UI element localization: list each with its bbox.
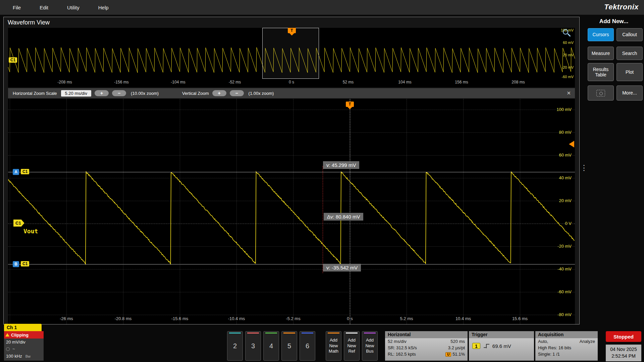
cursor-vertical-line[interactable]	[323, 166, 323, 273]
magnifier-handle	[568, 34, 571, 37]
cursor-b-readout: v: -35.542 mV	[323, 264, 361, 272]
menu-edit[interactable]: Edit	[40, 5, 48, 10]
add-bus-line3: Bus	[366, 349, 373, 354]
overview-trigger-marker[interactable]: T	[288, 28, 296, 33]
magnifier-icon[interactable]	[562, 28, 572, 38]
time-axis-label: -20.8 ms	[110, 316, 137, 321]
trigger-position-readout: U51.1%	[445, 352, 465, 357]
channel1-tab[interactable]: Ch 1	[4, 324, 42, 331]
voltage-axis-label: 60 mV	[559, 153, 572, 158]
vertical-zoom-in-button[interactable]: +	[212, 90, 226, 96]
close-zoom-icon[interactable]: ✕	[567, 90, 571, 96]
acquisition-analyze: Analyze	[580, 339, 595, 344]
add-new-ref-button[interactable]: Add New Ref	[344, 331, 360, 361]
menu-file[interactable]: File	[13, 5, 21, 10]
overview-time-label: 156 ms	[448, 80, 475, 84]
add-new-math-button[interactable]: Add New Math	[326, 331, 341, 361]
menu-bar: File Edit Utility Help Tektronix	[0, 0, 644, 15]
horizontal-badge[interactable]: Horizontal 52 ms/div 520 ms SR: 312.5 kS…	[385, 331, 468, 361]
acquisition-badge[interactable]: Acquisition Auto, Analyze High Res: 16 b…	[535, 331, 598, 361]
vertical-zoom-label: Vertical Zoom	[182, 91, 209, 96]
channel3-button[interactable]: 3	[245, 331, 261, 361]
horizontal-zoom-scale-label: Horizontal Zoom Scale	[13, 91, 57, 96]
voltage-axis-label: 20 mV	[559, 198, 572, 203]
add-new-bus-button[interactable]: Add New Bus	[362, 331, 378, 361]
channel1-info-panel[interactable]: Clipping 20 mV/div ~ 100 kHz Bw	[4, 331, 44, 361]
cursor-b-line[interactable]	[8, 264, 575, 264]
add-math-line2: New	[329, 343, 338, 349]
horizontal-zoom-out-button[interactable]: −	[112, 90, 126, 96]
main-waveform-plot[interactable]: T A C1 B C1 C1 Vout v: 45.299 mV Δv: 80.…	[8, 99, 575, 324]
waveform-overview-strip[interactable]: T C1 -208 ms-156 ms-104 ms-52 ms0 s52 ms…	[8, 28, 575, 87]
time-axis-label: -5.2 ms	[280, 316, 307, 321]
horizontal-window: 520 ms	[450, 339, 465, 344]
trigger-position-line	[350, 99, 350, 324]
horizontal-zoom-scale-value[interactable]: 5.20 ms/div	[61, 90, 91, 97]
overview-time-label: -208 ms	[51, 80, 78, 84]
sample-interval: 3.2 µs/pt	[448, 345, 465, 350]
voltage-axis-label: -20 mV	[557, 244, 572, 249]
overview-time-axis: -208 ms-156 ms-104 ms-52 ms0 s52 ms104 m…	[8, 80, 575, 86]
bandwidth-value: 100 kHz	[6, 354, 22, 359]
channel2-button[interactable]: 2	[227, 331, 243, 361]
add-plot-button[interactable]: Plot	[616, 63, 643, 81]
horizontal-zoom-in-button[interactable]: +	[95, 90, 109, 96]
overview-voltage-label: 20 mV	[563, 53, 574, 57]
add-ref-line2: New	[347, 343, 356, 349]
menu-help[interactable]: Help	[98, 5, 109, 10]
signal-label: Vout	[23, 228, 38, 235]
acquisition-resolution: High Res: 16 bits	[538, 345, 571, 350]
overview-time-label: 52 ms	[335, 80, 362, 84]
trigger-level-value: 69.6 mV	[492, 343, 511, 349]
oscilloscope-app: File Edit Utility Help Tektronix Wavefor…	[0, 0, 644, 362]
rising-edge-icon	[484, 344, 489, 348]
more-button[interactable]: More...	[616, 85, 643, 101]
clipping-label: Clipping	[11, 333, 29, 338]
cursor-a-readout: v: 45.299 mV	[323, 161, 359, 169]
add-new-title: Add New...	[584, 18, 644, 25]
trigger-badge[interactable]: Trigger 1 69.6 mV	[469, 331, 534, 361]
time-axis-label: 0 s	[336, 316, 363, 321]
datetime-display: 04 Nov 2025 2:52:54 PM	[606, 345, 641, 361]
magnifier-box-icon	[596, 90, 605, 97]
add-cursors-button[interactable]: Cursors	[588, 28, 614, 41]
time-axis-label: -10.4 ms	[223, 316, 250, 321]
cursor-a-line[interactable]	[8, 172, 575, 172]
visual-trigger-button[interactable]	[588, 85, 614, 101]
trigger-marker[interactable]: T	[346, 102, 354, 107]
add-measure-button[interactable]: Measure	[588, 47, 614, 60]
add-callout-button[interactable]: Callout	[616, 28, 643, 41]
channel4-button[interactable]: 4	[263, 331, 279, 361]
voltage-axis-label: -60 mV	[557, 289, 572, 294]
add-ref-line1: Add	[348, 338, 356, 343]
overview-time-label: 104 ms	[391, 80, 418, 84]
overview-time-label: -52 ms	[221, 80, 248, 84]
cursor-b-channel-badge: C1	[21, 261, 29, 266]
trigger-title: Trigger	[469, 331, 534, 338]
warning-icon	[5, 333, 9, 337]
acquisition-title: Acquisition	[535, 331, 598, 338]
zoom-scale-bar: Horizontal Zoom Scale 5.20 ms/div + − (1…	[8, 88, 575, 98]
vertical-zoom-out-button[interactable]: −	[230, 90, 244, 96]
time-axis-label: -26 ms	[53, 316, 80, 321]
channel5-button[interactable]: 5	[281, 331, 297, 361]
menu-utility[interactable]: Utility	[67, 5, 79, 10]
acquisition-single: Single: 1 /1	[538, 352, 560, 357]
time-value: 2:52:54 PM	[611, 353, 636, 360]
cursor-a-badge[interactable]: A	[13, 169, 19, 175]
vertical-zoom-factor: (1.00x zoom)	[249, 91, 274, 96]
add-bus-line1: Add	[366, 338, 374, 343]
record-length: RL: 162.5 kpts	[388, 352, 416, 357]
run-stop-button[interactable]: Stopped	[606, 331, 641, 342]
add-search-button[interactable]: Search	[616, 47, 643, 60]
horizontal-zoom-factor: (10.00x zoom)	[131, 91, 159, 96]
add-results-table-button[interactable]: Results Table	[588, 63, 614, 81]
overview-voltage-label: 60 mV	[563, 41, 574, 45]
overview-time-label: -104 ms	[165, 80, 192, 84]
cursor-b-badge[interactable]: B	[13, 261, 19, 267]
voltage-axis-label: 80 mV	[559, 130, 572, 135]
add-new-sidebar: Add New... Cursors Callout Measure Searc…	[584, 15, 644, 324]
clipping-warning: Clipping	[4, 331, 44, 339]
channel6-button[interactable]: 6	[300, 331, 315, 361]
time-axis-label: 15.6 ms	[506, 316, 533, 321]
